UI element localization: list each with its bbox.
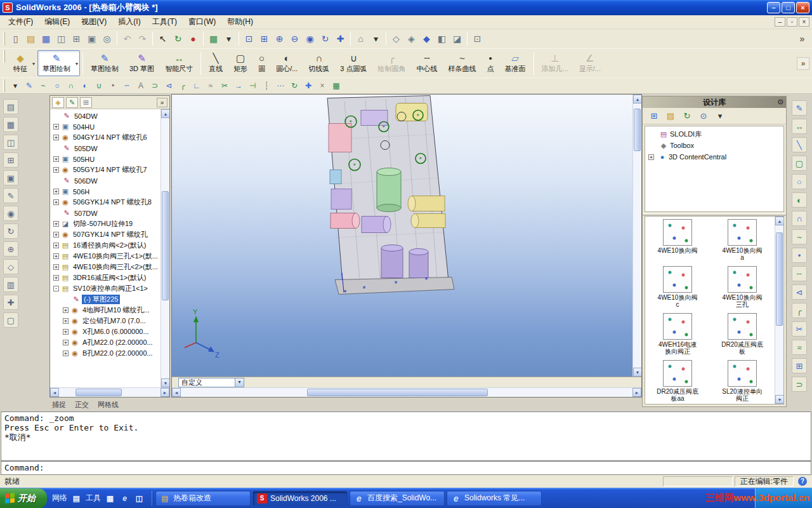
task-button-3[interactable]: e百度搜索_SolidWo... [350,491,445,506]
rectangle-icon[interactable]: ▢ [792,156,807,171]
new-folder-icon[interactable]: ▤ [664,110,677,123]
expand-toggle[interactable]: + [63,329,69,335]
pin-icon[interactable]: ⊙ [778,98,783,106]
close-button[interactable]: × [796,2,809,13]
tree-item[interactable]: +◉B孔M22.0 (22.00000... [50,348,160,359]
featuremanager-tab[interactable]: ◈ [52,97,64,108]
circle-tool-icon[interactable]: ○ [51,79,63,92]
scroll-right-button[interactable]: ► [632,388,641,397]
expand-toggle[interactable]: + [53,124,59,130]
pattern-icon[interactable]: ⊞ [792,358,807,373]
tree-item[interactable]: ✎507DW [50,208,160,218]
refresh-icon[interactable]: ↻ [681,110,693,123]
tool-features[interactable]: ◆特征▾ [8,50,37,76]
zoom-in-out-icon[interactable]: ⊕ [272,32,287,46]
ie-icon[interactable]: e [119,493,130,504]
expand-toggle[interactable]: + [63,351,69,356]
viewport-vertical-scrollbar[interactable]: ▲ ▼ [632,95,641,377]
expand-toggle[interactable]: + [53,199,59,205]
save-icon[interactable]: ▦ [39,32,53,46]
start-button[interactable]: 开始 [0,488,47,508]
tree-item[interactable]: +▤3DR16减压阀<1>(默认) [50,272,160,283]
tool-3d-sketch[interactable]: ✎3D 草图 [124,50,159,76]
spline-tool-icon[interactable]: ~ [37,79,49,92]
scroll-left-button[interactable]: ◄ [50,388,59,397]
spline-icon[interactable]: ~ [792,229,807,244]
expand-toggle[interactable]: + [53,156,59,162]
filter-surface-icon[interactable]: ✎ [3,188,18,203]
expand-toggle[interactable]: + [53,135,59,140]
tree-item[interactable]: +◉505GY1/4 NPT 螺纹孔7 [50,164,160,175]
scroll-up-button[interactable]: ▲ [633,95,641,104]
tool-point[interactable]: •点 [482,50,499,76]
toolbar-options-icon[interactable]: » [797,57,809,70]
print-icon[interactable]: ▣ [84,32,99,46]
expand-toggle[interactable]: + [53,243,59,248]
mdi-close-button[interactable]: × [799,17,809,27]
view-orientation-icon[interactable]: ▾ [369,32,383,46]
rotate-view-icon[interactable]: ↻ [318,32,332,46]
mirror-icon[interactable]: ⊲ [792,284,807,300]
scrollbar-thumb[interactable] [75,389,122,396]
filter-planes-icon[interactable]: ⊕ [3,241,18,257]
print-preview-icon[interactable]: ◎ [100,32,114,46]
combo-dropdown-icon[interactable]: ▾ [235,378,244,387]
filter-vertices-icon[interactable]: ◫ [3,135,18,150]
sketch-entity-icon[interactable]: ✎ [23,79,36,92]
circular-pattern-icon[interactable]: ↻ [288,79,301,92]
library-item[interactable]: 4WE10换向阀a [710,219,775,261]
convert-entities-icon[interactable]: ⊃ [148,79,161,92]
task-button-2[interactable]: SSolidWorks 2006 ... [252,491,348,506]
point-icon[interactable]: • [792,248,807,263]
expand-panel-chevron[interactable]: » [157,98,167,107]
tool-rectangle[interactable]: ▢矩形 [228,50,252,76]
tool-centerline[interactable]: ╌中心线 [412,50,443,76]
menu-edit[interactable]: 编辑(E) [39,15,75,29]
shaded-icon[interactable]: ◆ [419,32,434,46]
rebuild-icon[interactable]: ↻ [171,32,185,46]
expand-toggle[interactable]: + [53,221,59,227]
tree-item[interactable]: +◉504GY1/4 NPT 螺纹孔6 [50,132,160,143]
filter-edges-icon[interactable]: ⊞ [3,152,18,168]
smart-dimension-icon[interactable]: ↔ [792,119,807,134]
tree-horizontal-scrollbar[interactable]: ◄ ► [50,387,169,397]
menu-window[interactable]: 窗口(W) [183,15,221,29]
chamfer-tool-icon[interactable]: ∟ [190,79,203,92]
tree-item[interactable]: ✎504DW [50,110,160,121]
snap-toggle-正交[interactable]: 正交 [75,400,89,410]
parabola-tool-icon[interactable]: ∪ [93,79,105,92]
scrollbar-thumb[interactable] [634,109,641,151]
filter-sketch-points-icon[interactable]: ◇ [3,259,18,274]
new-icon[interactable]: ▯ [8,32,23,46]
line-icon[interactable]: ╲ [792,137,807,152]
tool-3point-arc[interactable]: ∪3 点圆弧 [335,50,372,76]
tool-circle[interactable]: ○圆 [253,50,270,76]
options-dropdown-icon[interactable]: ▾ [221,32,236,46]
library-item[interactable]: 4WE10换向阀 [645,219,710,261]
filter-sketch-segments-icon[interactable]: ▥ [3,277,18,292]
mirror-entities-icon[interactable]: ⊲ [162,79,175,92]
scroll-up-button[interactable]: ▲ [161,109,169,118]
filter-dimensions-icon[interactable]: ▢ [3,312,18,328]
centerpoint-arc-icon[interactable]: ◐ [792,192,807,208]
expand-toggle[interactable]: + [53,189,59,194]
circle-icon[interactable]: ○ [792,174,807,189]
tree-item[interactable]: +◉507GYK1/4 NPT 螺纹孔 [50,229,160,240]
centerline-icon[interactable]: ╌ [792,266,807,281]
maximize-button[interactable]: □ [782,2,795,13]
taskbar-grip[interactable] [152,491,154,505]
library-item[interactable]: SL20液控单向阀正 [710,360,775,402]
offset-icon[interactable]: ≈ [792,340,807,355]
filter-midpoints-icon[interactable]: ✚ [3,295,18,310]
menu-help[interactable]: 帮助(H) [221,15,259,29]
help-icon[interactable]: ? [798,477,807,486]
tree-item[interactable]: +▤16通径换向阀<2>(默认) [50,240,160,251]
clear-filters-icon[interactable]: ▦ [3,117,18,132]
tool-tangent-arc[interactable]: ∩切线弧 [303,50,334,76]
edit-color-icon[interactable]: ● [186,32,200,46]
dropdown-arrow-icon[interactable]: ▾ [75,60,78,66]
scroll-down-button[interactable]: ▼ [161,378,169,387]
standard-views-icon[interactable]: ⌂ [353,32,368,46]
expand-toggle[interactable]: + [53,275,59,281]
scrollbar-thumb[interactable] [162,191,169,300]
